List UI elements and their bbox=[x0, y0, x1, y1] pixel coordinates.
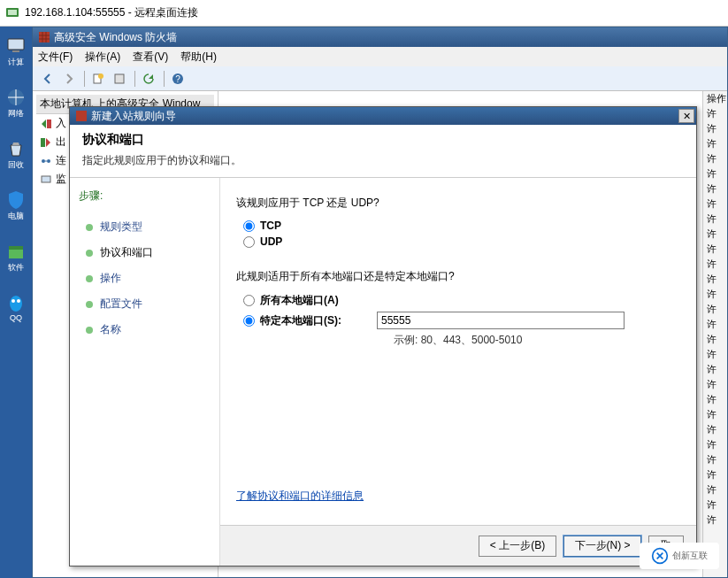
action-allow: 许 bbox=[703, 257, 727, 272]
menu-action[interactable]: 操作(A) bbox=[85, 50, 120, 65]
svg-point-7 bbox=[10, 296, 22, 312]
desktop-icon-shield[interactable]: 电脑 bbox=[2, 189, 30, 228]
firewall-titlebar: 高级安全 Windows 防火墙 bbox=[33, 27, 727, 47]
action-allow: 许 bbox=[703, 377, 727, 392]
tb-help-icon[interactable]: ? bbox=[168, 69, 188, 89]
svg-point-12 bbox=[98, 73, 103, 79]
firewall-actions-panel: 操作许许许许许许许许许许许许许许许许许许许许许许许许许许许许 bbox=[702, 91, 727, 577]
svg-point-8 bbox=[11, 299, 15, 303]
ports-question: 此规则适用于所有本地端口还是特定本地端口? bbox=[236, 269, 680, 284]
wizard-steps: 步骤: 规则类型 协议和端口 操作 配置文件 名称 bbox=[70, 178, 220, 566]
svg-rect-10 bbox=[39, 32, 50, 42]
wizard-header-desc: 指定此规则应用于的协议和端口。 bbox=[82, 153, 684, 168]
radio-specific-ports-input[interactable] bbox=[243, 315, 255, 327]
rdp-icon bbox=[5, 6, 19, 20]
svg-rect-2 bbox=[8, 39, 24, 50]
action-allow: 许 bbox=[703, 106, 727, 121]
svg-point-19 bbox=[47, 159, 50, 163]
action-allow: 许 bbox=[703, 362, 727, 377]
svg-rect-6 bbox=[9, 246, 23, 250]
action-allow: 许 bbox=[703, 437, 727, 452]
action-allow: 许 bbox=[703, 497, 727, 512]
radio-tcp-input[interactable] bbox=[243, 220, 255, 232]
wizard-footer: < 上一步(B) 下一步(N) > 取 bbox=[220, 525, 696, 566]
radio-specific-ports[interactable]: 特定本地端口(S): bbox=[243, 313, 341, 328]
action-allow: 许 bbox=[703, 317, 727, 332]
action-allow: 许 bbox=[703, 392, 727, 407]
action-allow: 许 bbox=[703, 212, 727, 227]
tb-refresh-icon[interactable] bbox=[139, 69, 158, 89]
actions-header: 操作 bbox=[703, 91, 727, 106]
radio-udp[interactable]: UDP bbox=[243, 235, 680, 248]
radio-udp-input[interactable] bbox=[243, 236, 255, 248]
action-allow: 许 bbox=[703, 407, 727, 422]
close-button[interactable]: ✕ bbox=[678, 109, 694, 123]
port-example: 示例: 80、443、5000-5010 bbox=[394, 333, 680, 348]
tb-props-icon[interactable] bbox=[110, 69, 129, 89]
desktop-icon-computer[interactable]: 计算 bbox=[2, 35, 30, 74]
desktop-icons: 计算 网络 回收 电脑 软件 QQ bbox=[0, 27, 32, 578]
action-allow: 许 bbox=[703, 197, 727, 212]
action-allow: 许 bbox=[703, 347, 727, 362]
menu-file[interactable]: 文件(F) bbox=[38, 50, 73, 65]
protocol-question: 该规则应用于 TCP 还是 UDP? bbox=[236, 196, 680, 211]
svg-point-18 bbox=[42, 159, 45, 163]
wizard-header-title: 协议和端口 bbox=[82, 132, 684, 148]
firewall-icon bbox=[38, 31, 50, 43]
menu-help[interactable]: 帮助(H) bbox=[180, 50, 217, 65]
desktop-icon-qq[interactable]: QQ bbox=[2, 292, 30, 331]
svg-text:?: ? bbox=[175, 74, 180, 84]
action-allow: 许 bbox=[703, 287, 727, 302]
action-allow: 许 bbox=[703, 452, 727, 467]
desktop-icon-recycle[interactable]: 回收 bbox=[2, 138, 30, 177]
radio-all-ports-input[interactable] bbox=[243, 295, 255, 306]
action-allow: 许 bbox=[703, 332, 727, 347]
action-allow: 许 bbox=[703, 227, 727, 242]
radio-tcp[interactable]: TCP bbox=[243, 220, 680, 232]
firewall-toolbar: ? bbox=[33, 66, 727, 91]
action-allow: 许 bbox=[703, 482, 727, 497]
radio-all-ports[interactable]: 所有本地端口(A) bbox=[243, 293, 680, 308]
watermark: 创新互联 bbox=[640, 543, 719, 569]
svg-rect-20 bbox=[42, 176, 50, 182]
action-allow: 许 bbox=[703, 512, 727, 528]
rdp-title: 192.168.1.104:55555 - 远程桌面连接 bbox=[25, 5, 198, 20]
svg-rect-17 bbox=[41, 138, 45, 147]
back-button[interactable]: < 上一步(B) bbox=[479, 536, 556, 557]
firewall-title: 高级安全 Windows 防火墙 bbox=[54, 30, 177, 45]
step-name[interactable]: 名称 bbox=[79, 317, 211, 343]
action-allow: 许 bbox=[703, 151, 727, 166]
menu-view[interactable]: 查看(V) bbox=[133, 50, 168, 65]
wizard-body: 步骤: 规则类型 协议和端口 操作 配置文件 名称 该规则应用于 TCP 还是 … bbox=[70, 178, 696, 566]
svg-rect-16 bbox=[47, 119, 51, 128]
wizard-header: 协议和端口 指定此规则应用于的协议和端口。 bbox=[70, 125, 696, 178]
port-input[interactable] bbox=[377, 312, 625, 329]
action-allow: 许 bbox=[703, 272, 727, 287]
desktop-icon-network[interactable]: 网络 bbox=[2, 87, 30, 126]
action-allow: 许 bbox=[703, 242, 727, 257]
firewall-rule-icon bbox=[75, 110, 88, 122]
step-protocol-port[interactable]: 协议和端口 bbox=[79, 240, 211, 266]
svg-rect-21 bbox=[76, 111, 87, 121]
learn-more-link[interactable]: 了解协议和端口的详细信息 bbox=[236, 489, 364, 504]
tb-forward-icon[interactable] bbox=[59, 69, 79, 89]
svg-rect-1 bbox=[8, 10, 17, 15]
inbound-rule-wizard: 新建入站规则向导 ✕ 协议和端口 指定此规则应用于的协议和端口。 步骤: 规则类… bbox=[69, 106, 697, 566]
tb-new-icon[interactable] bbox=[88, 69, 108, 89]
step-action[interactable]: 操作 bbox=[79, 266, 211, 291]
step-profile[interactable]: 配置文件 bbox=[79, 291, 211, 317]
action-allow: 许 bbox=[703, 467, 727, 482]
desktop-icon-package[interactable]: 软件 bbox=[2, 241, 30, 280]
wizard-titlebar: 新建入站规则向导 ✕ bbox=[70, 107, 696, 125]
tb-back-icon[interactable] bbox=[38, 69, 57, 89]
action-allow: 许 bbox=[703, 181, 727, 197]
svg-rect-3 bbox=[12, 50, 19, 52]
wizard-title: 新建入站规则向导 bbox=[91, 109, 176, 124]
firewall-menubar: 文件(F) 操作(A) 查看(V) 帮助(H) bbox=[33, 47, 727, 66]
action-allow: 许 bbox=[703, 422, 727, 437]
svg-rect-13 bbox=[115, 74, 124, 83]
step-rule-type[interactable]: 规则类型 bbox=[79, 214, 211, 240]
action-allow: 许 bbox=[703, 136, 727, 151]
wizard-content: 该规则应用于 TCP 还是 UDP? TCP UDP 此规则适用于所有本地端口还… bbox=[220, 178, 696, 566]
next-button[interactable]: 下一步(N) > bbox=[563, 536, 641, 557]
